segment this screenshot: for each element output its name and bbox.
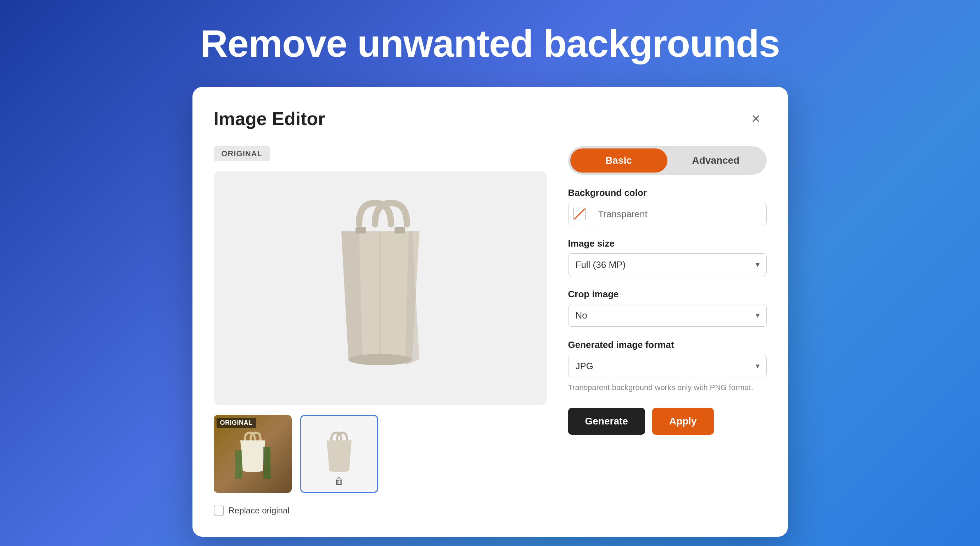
crop-image-select[interactable]: No Yes — [568, 304, 767, 327]
image-size-field: Image size Full (36 MP) Large (12 MP) Me… — [568, 238, 767, 276]
image-size-select-wrapper: Full (36 MP) Large (12 MP) Medium (4 MP)… — [568, 253, 767, 276]
page-title: Remove unwanted backgrounds — [200, 21, 780, 65]
svg-rect-2 — [355, 227, 366, 233]
main-image-area — [214, 171, 547, 405]
svg-line-7 — [574, 209, 585, 219]
action-row: Generate Apply — [568, 408, 767, 435]
image-size-label: Image size — [568, 238, 767, 249]
image-format-hint: Transparent background works only with P… — [568, 383, 767, 392]
svg-rect-4 — [235, 450, 242, 479]
thumbnail-row: ORIGINAL 🗑 — [214, 415, 547, 493]
modal-title: Image Editor — [214, 108, 325, 129]
replace-original-label: Replace original — [229, 506, 290, 516]
delete-thumbnail-icon[interactable]: 🗑 — [334, 476, 344, 487]
crop-image-field: Crop image No Yes ▾ — [568, 289, 767, 327]
image-size-select[interactable]: Full (36 MP) Large (12 MP) Medium (4 MP)… — [568, 253, 767, 276]
tote-bag-svg — [320, 196, 441, 380]
generate-button[interactable]: Generate — [568, 408, 645, 435]
thumbnail-original[interactable]: ORIGINAL — [214, 415, 292, 493]
tab-advanced[interactable]: Advanced — [667, 148, 765, 173]
svg-rect-5 — [263, 447, 270, 479]
replace-original-checkbox[interactable] — [214, 506, 224, 516]
crop-image-select-wrapper: No Yes ▾ — [568, 304, 767, 327]
image-format-label: Generated image format — [568, 340, 767, 351]
tab-row: Basic Advanced — [568, 146, 767, 175]
image-format-select[interactable]: JPG PNG WEBP — [568, 355, 767, 377]
crop-image-label: Crop image — [568, 289, 767, 300]
apply-button[interactable]: Apply — [652, 408, 714, 435]
background-color-input[interactable] — [591, 209, 766, 220]
background-color-field: Background color — [568, 187, 767, 225]
thumbnail-processed[interactable]: 🗑 — [300, 415, 378, 493]
color-swatch[interactable] — [568, 203, 591, 225]
original-badge: ORIGINAL — [214, 146, 270, 161]
image-format-select-wrapper: JPG PNG WEBP ▾ — [568, 355, 767, 377]
thumb-original-label: ORIGINAL — [216, 418, 256, 428]
tab-basic[interactable]: Basic — [570, 148, 667, 173]
modal-header: Image Editor × — [214, 108, 767, 129]
replace-original-row: Replace original — [214, 506, 547, 516]
right-panel: Basic Advanced Background color — [568, 146, 767, 516]
tote-bag-image — [313, 185, 448, 391]
left-panel: ORIGINAL — [214, 146, 547, 516]
close-button[interactable]: × — [745, 108, 767, 129]
svg-rect-3 — [395, 227, 405, 233]
background-color-label: Background color — [568, 187, 767, 198]
modal-body: ORIGINAL — [214, 146, 767, 516]
image-editor-modal: Image Editor × ORIGINAL — [192, 87, 788, 537]
color-input-row[interactable] — [568, 203, 767, 225]
image-format-field: Generated image format JPG PNG WEBP ▾ Tr… — [568, 340, 767, 392]
transparent-icon — [573, 208, 586, 221]
